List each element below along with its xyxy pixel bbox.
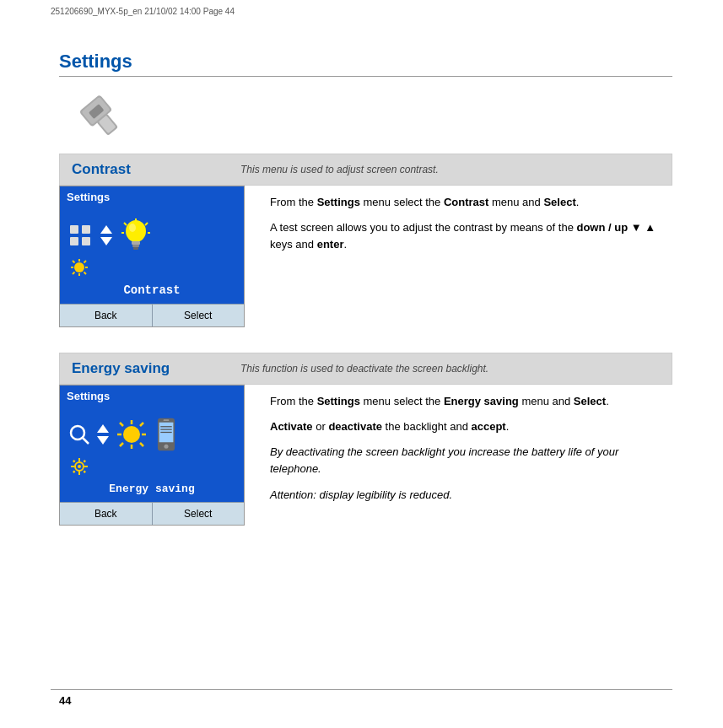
contrast-phone-label: Contrast [123, 280, 180, 300]
energy-saving-section: Energy saving This function is used to d… [59, 353, 672, 526]
energy-saving-phone-screen: Settings [59, 385, 245, 526]
page: 251206690_MYX-5p_en 21/10/02 14:00 Page … [0, 0, 723, 728]
svg-line-28 [73, 272, 75, 275]
contrast-sun-icon [70, 258, 89, 277]
energy-saving-section-header: Energy saving This function is used to d… [59, 353, 672, 385]
svg-line-42 [140, 443, 143, 446]
contrast-bulb-icon [121, 218, 151, 253]
svg-rect-5 [70, 225, 78, 234]
contrast-section: Contrast This menu is used to adjust scr… [59, 154, 672, 327]
svg-rect-59 [83, 470, 86, 473]
page-number: 44 [59, 694, 71, 707]
energy-saving-text: From the Settings menu select the Energy… [262, 385, 672, 526]
svg-rect-19 [133, 247, 138, 250]
energy-saving-phone-icon [153, 417, 180, 452]
contrast-select-button[interactable]: Select [153, 305, 245, 326]
svg-rect-55 [84, 466, 88, 467]
contrast-phone-buttons: Back Select [60, 304, 244, 326]
icon-area [76, 92, 672, 145]
svg-point-51 [78, 465, 81, 468]
energy-saving-sun-icon [116, 418, 148, 450]
svg-line-27 [84, 261, 87, 263]
energy-saving-para-3: By deactivating the screen backlight you… [270, 444, 672, 477]
energy-saving-body: Settings [59, 385, 672, 526]
svg-rect-58 [73, 470, 76, 473]
svg-rect-56 [73, 460, 76, 463]
bottom-rule [51, 689, 672, 690]
energy-saving-gear-icon [70, 457, 89, 476]
energy-saving-description: This function is used to deactivate the … [240, 363, 488, 375]
svg-marker-32 [97, 424, 109, 433]
energy-saving-para-2: Activate or deactivate the backlight and… [270, 418, 672, 435]
contrast-menu-icon [68, 224, 92, 247]
contrast-para-1: From the Settings menu select the Contra… [270, 194, 672, 211]
energy-saving-phone-label: Energy saving [109, 479, 194, 499]
svg-line-14 [145, 223, 148, 225]
svg-point-21 [74, 262, 84, 272]
svg-rect-6 [70, 237, 78, 245]
svg-marker-9 [100, 225, 112, 234]
contrast-phone-title: Settings [60, 186, 244, 208]
contrast-back-button[interactable]: Back [60, 305, 153, 326]
svg-rect-53 [78, 472, 80, 475]
svg-rect-46 [164, 419, 170, 421]
contrast-text: From the Settings menu select the Contra… [262, 186, 672, 327]
svg-point-30 [71, 426, 84, 439]
wrench-icon [76, 92, 127, 143]
contrast-description: This menu is used to adjust screen contr… [240, 164, 439, 175]
energy-saving-para-1: From the Settings menu select the Energy… [270, 393, 672, 410]
energy-saving-select-button[interactable]: Select [153, 503, 245, 525]
contrast-body: Settings [59, 186, 672, 327]
svg-point-34 [123, 426, 140, 443]
svg-rect-8 [82, 237, 90, 245]
svg-rect-57 [83, 460, 86, 463]
energy-saving-arrows-icon [95, 423, 111, 446]
svg-line-40 [140, 423, 143, 426]
svg-line-26 [73, 261, 75, 263]
svg-line-39 [120, 423, 123, 426]
header-bar: 251206690_MYX-5p_en 21/10/02 14:00 Page … [51, 7, 672, 16]
contrast-para-2: A test screen allows you to adjust the c… [270, 219, 672, 253]
svg-line-41 [120, 443, 123, 446]
svg-point-20 [129, 224, 136, 232]
energy-saving-search-icon [68, 423, 90, 445]
svg-rect-18 [132, 245, 139, 247]
svg-point-45 [164, 445, 168, 449]
svg-line-31 [83, 438, 89, 444]
svg-rect-17 [132, 241, 140, 245]
energy-saving-phone-content: Energy saving [60, 407, 244, 502]
contrast-phone-content: Contrast [60, 208, 244, 304]
contrast-phone-screen: Settings [59, 186, 245, 327]
energy-saving-para-4: Attention: display legibility is reduced… [270, 487, 672, 504]
svg-marker-33 [97, 436, 109, 445]
svg-point-11 [126, 220, 146, 242]
svg-rect-7 [82, 225, 90, 234]
svg-rect-52 [78, 458, 80, 461]
contrast-section-header: Contrast This menu is used to adjust scr… [59, 154, 672, 186]
svg-rect-54 [71, 466, 74, 467]
svg-line-13 [124, 223, 127, 225]
contrast-title: Contrast [72, 161, 224, 178]
page-title: Settings [59, 51, 672, 77]
svg-marker-10 [100, 237, 112, 245]
header-text: 251206690_MYX-5p_en 21/10/02 14:00 Page … [51, 7, 235, 16]
energy-saving-back-button[interactable]: Back [60, 503, 153, 525]
energy-saving-title: Energy saving [72, 360, 224, 377]
energy-saving-phone-title: Settings [60, 386, 244, 407]
contrast-arrows-icon [99, 224, 114, 247]
svg-line-29 [84, 272, 87, 275]
energy-saving-phone-buttons: Back Select [60, 502, 244, 525]
